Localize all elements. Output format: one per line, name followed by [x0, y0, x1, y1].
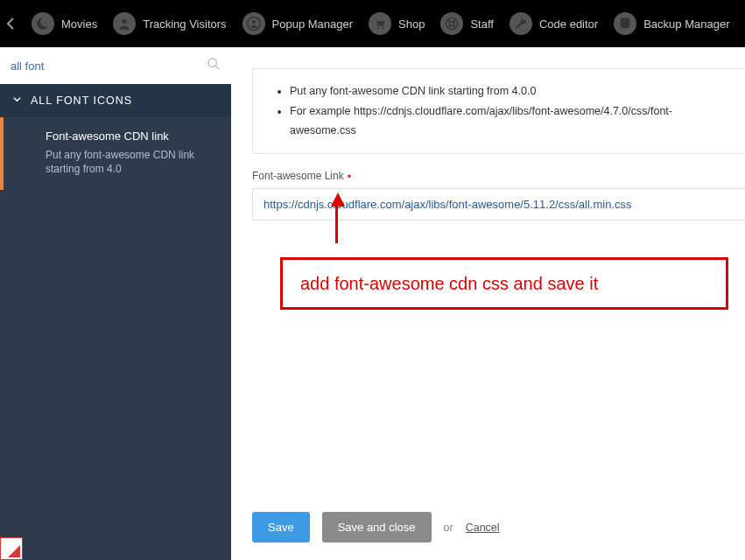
info-bullet: For example https://cdnjs.cloudflare.com…: [290, 102, 729, 141]
required-indicator-icon: •: [348, 170, 352, 183]
life-ring-icon: [440, 12, 463, 35]
wrench-icon: [510, 12, 532, 35]
cart-icon: [369, 12, 391, 35]
sidebar-item-fontawesome-cdn[interactable]: Font-awesome CDN link Put any font-aweso…: [0, 117, 231, 190]
annotation-callout: add font-awesome cdn css and save it: [280, 257, 728, 310]
svg-point-3: [377, 27, 379, 29]
moon-icon: [32, 12, 54, 35]
nav-item-tracking-visitors[interactable]: Tracking Visitors: [113, 12, 226, 35]
info-bullet: Put any font-awesome CDN link starting f…: [290, 81, 729, 102]
cancel-link[interactable]: Cancel: [466, 522, 500, 534]
svg-point-2: [252, 20, 256, 24]
sidebar-item-desc: Put any font-awesome CDN link starting f…: [46, 148, 217, 176]
svg-point-6: [450, 21, 454, 25]
user-circle-icon: [242, 12, 265, 35]
nav-label: Shop: [398, 18, 425, 31]
sidebar-item-title: Font-awesome CDN link: [46, 130, 217, 143]
field-label: Font-awesome Link •: [252, 170, 745, 183]
user-icon: [113, 12, 136, 35]
nav-item-movies[interactable]: Movies: [32, 12, 97, 35]
sidebar: ALL FONT ICONS Font-awesome CDN link Put…: [0, 47, 231, 560]
annotation-text: add font-awesome cdn css and save it: [300, 274, 598, 294]
search-icon[interactable]: [207, 57, 221, 74]
search-row: [0, 47, 231, 84]
footer-actions: Save Save and close or Cancel: [252, 512, 500, 542]
accordion-header[interactable]: ALL FONT ICONS: [0, 84, 231, 117]
nav-item-code-editor[interactable]: Code editor: [510, 12, 598, 35]
content-pane: Put any font-awesome CDN link starting f…: [231, 47, 745, 560]
chevron-down-icon: [12, 94, 22, 107]
field-label-text: Font-awesome Link: [252, 170, 344, 182]
nav-item-popup-manager[interactable]: Popup Manager: [242, 12, 354, 35]
svg-point-0: [123, 19, 127, 24]
nav-prev-chevron[interactable]: [5, 18, 16, 30]
nav-item-shop[interactable]: Shop: [369, 12, 425, 35]
nav-label: Backup Manager: [643, 18, 729, 31]
search-input[interactable]: [11, 60, 200, 73]
nav-label: Popup Manager: [272, 18, 354, 31]
or-text: or: [444, 522, 453, 534]
svg-point-8: [208, 59, 216, 66]
nav-item-staff[interactable]: Staff: [440, 12, 494, 35]
top-navbar: Movies Tracking Visitors Popup Manager S…: [0, 0, 745, 47]
save-and-close-button[interactable]: Save and close: [322, 512, 432, 542]
nav-label: Code editor: [539, 18, 598, 31]
nav-label: Tracking Visitors: [143, 18, 226, 31]
corner-badge-icon: [0, 537, 23, 560]
info-box: Put any font-awesome CDN link starting f…: [252, 68, 745, 154]
nav-item-backup-manager[interactable]: Backup Manager: [614, 12, 729, 35]
accordion-title: ALL FONT ICONS: [31, 94, 132, 107]
svg-point-4: [382, 27, 383, 29]
nav-label: Staff: [470, 18, 494, 31]
save-button[interactable]: Save: [252, 512, 310, 542]
database-icon: [614, 12, 636, 35]
nav-label: Movies: [61, 18, 97, 31]
fontawesome-link-input[interactable]: [252, 188, 745, 220]
